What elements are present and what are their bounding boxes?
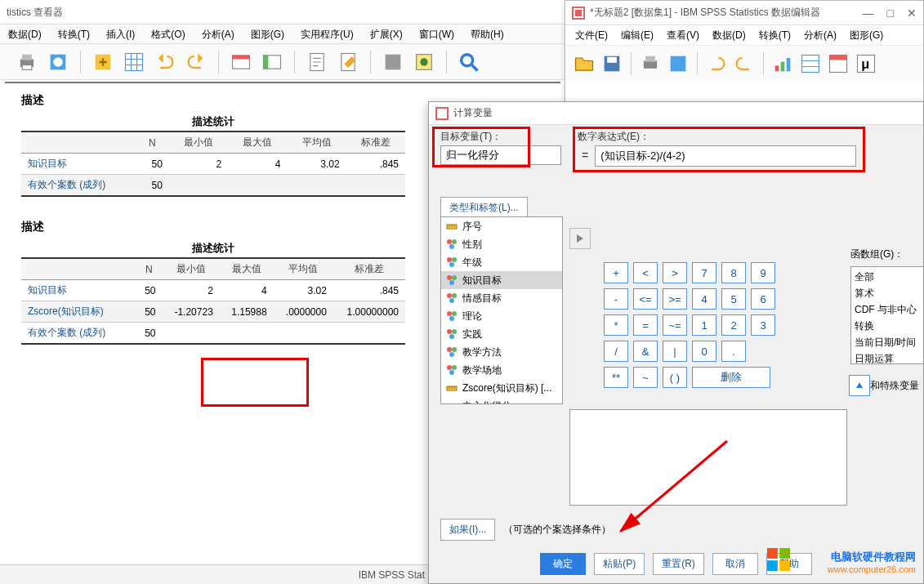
keypad-8[interactable]: 8 — [721, 262, 746, 283]
keypad->[interactable]: > — [663, 262, 687, 283]
keypad-*[interactable]: * — [604, 314, 628, 336]
variable-item[interactable]: 序号 — [441, 217, 562, 235]
search-icon[interactable] — [457, 50, 481, 74]
menu-insert[interactable]: 插入(I) — [98, 25, 143, 43]
type-label-button[interactable]: 类型和标签(L)... — [440, 197, 528, 219]
keypad-&[interactable]: & — [633, 341, 658, 362]
function-group-item[interactable]: 转换 — [855, 318, 920, 334]
reset-button[interactable]: 重置(R) — [653, 553, 704, 575]
ok-button[interactable]: 确定 — [540, 553, 586, 575]
variable-item[interactable]: 实践 — [441, 325, 562, 343]
keypad-=[interactable]: = — [633, 314, 658, 336]
table-icon[interactable] — [229, 50, 253, 74]
mu-icon[interactable]: μ — [854, 51, 878, 76]
keypad-**[interactable]: ** — [604, 367, 628, 388]
select-icon[interactable] — [381, 50, 405, 74]
keypad-9[interactable]: 9 — [751, 262, 775, 283]
menu-data[interactable]: 数据(D) — [706, 25, 752, 45]
menu-utilities[interactable]: 实用程序(U) — [292, 25, 362, 43]
keypad-5[interactable]: 5 — [721, 288, 746, 310]
variable-list[interactable]: 序号性别年级知识目标情感目标理论实践教学方法教学场地Zscore(知识目标) [… — [440, 216, 563, 404]
menu-graphs[interactable]: 图形(G) — [843, 25, 890, 45]
export-icon[interactable] — [91, 50, 115, 74]
maximize-button[interactable]: □ — [887, 7, 894, 20]
variable-item[interactable]: Zscore(知识目标) [... — [441, 379, 562, 397]
variable-item[interactable]: 情感目标 — [441, 289, 562, 307]
open-icon[interactable] — [572, 51, 596, 76]
keypad-<[interactable]: < — [633, 262, 658, 283]
grid-icon[interactable] — [122, 50, 146, 74]
menu-format[interactable]: 格式(O) — [143, 25, 193, 43]
function-group-item[interactable]: 日期运算 — [855, 350, 920, 364]
keypad-6[interactable]: 6 — [751, 288, 775, 310]
function-group-item[interactable]: 全部 — [855, 269, 920, 285]
variable-item[interactable]: 性别 — [441, 235, 562, 253]
minimize-button[interactable]: — — [863, 7, 874, 20]
menu-graphs[interactable]: 图形(G) — [243, 25, 292, 43]
menu-transform[interactable]: 转换(T) — [752, 25, 797, 45]
keypad--[interactable]: - — [604, 288, 628, 310]
keypad-2[interactable]: 2 — [721, 314, 746, 336]
function-group-item[interactable]: CDF 与非中心 — [855, 301, 920, 318]
menu-analyze[interactable]: 分析(A) — [194, 25, 243, 43]
function-group-item[interactable]: 当前日期/时间 — [855, 334, 920, 350]
function-group-list[interactable]: 全部算术CDF 与非中心转换当前日期/时间日期运算日期创建 — [850, 266, 924, 364]
print-icon[interactable] — [15, 50, 39, 74]
edit-icon[interactable] — [336, 50, 360, 74]
keypad-|[interactable]: | — [663, 341, 687, 362]
menu-analyze[interactable]: 分析(A) — [797, 25, 843, 45]
menu-help[interactable]: 帮助(H) — [462, 25, 512, 43]
keypad-4[interactable]: 4 — [692, 288, 716, 310]
variable-item[interactable]: 知识目标 — [441, 271, 562, 289]
keypad->=[interactable]: >= — [663, 288, 687, 310]
keypad-+[interactable]: + — [604, 262, 628, 283]
move-right-button[interactable] — [569, 228, 591, 249]
menu-view[interactable]: 查看(V) — [660, 25, 706, 45]
function-group-item[interactable]: 算术 — [855, 285, 920, 301]
variable-item[interactable]: 教学场地 — [441, 361, 562, 379]
variable-item[interactable]: 理论 — [441, 307, 562, 325]
variable-item[interactable]: 年级 — [441, 253, 562, 271]
menu-data[interactable]: 数据(D) — [0, 25, 50, 43]
menu-transform[interactable]: 转换(T) — [50, 25, 98, 43]
vars-icon[interactable] — [826, 51, 850, 76]
print-icon[interactable] — [638, 51, 663, 76]
keypad-7[interactable]: 7 — [692, 262, 716, 283]
if-button[interactable]: 如果(I)... — [440, 519, 495, 541]
keypad-1[interactable]: 1 — [692, 314, 716, 336]
target-var-input[interactable] — [440, 145, 561, 165]
save-icon[interactable] — [600, 51, 624, 76]
menu-window[interactable]: 窗口(W) — [411, 25, 462, 43]
watermark: 电脑软硬件教程网 www.computer26.com — [828, 550, 916, 574]
menu-extensions[interactable]: 扩展(X) — [362, 25, 411, 43]
keypad-3[interactable]: 3 — [751, 314, 775, 336]
expression-input[interactable] — [595, 145, 856, 167]
up-arrow-button[interactable] — [849, 375, 870, 396]
close-button[interactable]: ✕ — [907, 7, 917, 20]
keypad-删除[interactable]: 删除 — [692, 367, 770, 388]
paste-button[interactable]: 粘贴(P) — [594, 553, 645, 575]
keypad-~[interactable]: ~ — [633, 367, 658, 388]
target-icon[interactable] — [412, 50, 436, 74]
menu-file[interactable]: 文件(E) — [569, 25, 614, 45]
doc-icon[interactable] — [305, 50, 329, 74]
redo-icon[interactable] — [732, 51, 757, 76]
variable-item[interactable]: 中心化得分 — [441, 397, 562, 404]
redo-icon[interactable] — [184, 50, 208, 74]
keypad-.[interactable]: . — [721, 341, 746, 362]
cancel-button[interactable]: 取消 — [712, 553, 758, 575]
chart-icon[interactable] — [770, 51, 795, 76]
undo-icon[interactable] — [704, 51, 729, 76]
menu-edit[interactable]: 编辑(E) — [614, 25, 660, 45]
undo-icon[interactable] — [153, 50, 177, 74]
keypad-/[interactable]: / — [604, 341, 628, 362]
variable-item[interactable]: 教学方法 — [441, 343, 562, 361]
data-icon[interactable] — [260, 50, 284, 74]
preview-icon[interactable] — [46, 50, 70, 74]
goto-icon[interactable] — [798, 51, 823, 76]
recent-icon[interactable] — [666, 51, 690, 76]
keypad-~=[interactable]: ~= — [663, 314, 687, 336]
keypad-<=[interactable]: <= — [633, 288, 658, 310]
keypad-( )[interactable]: ( ) — [663, 367, 687, 388]
keypad-0[interactable]: 0 — [692, 341, 716, 362]
